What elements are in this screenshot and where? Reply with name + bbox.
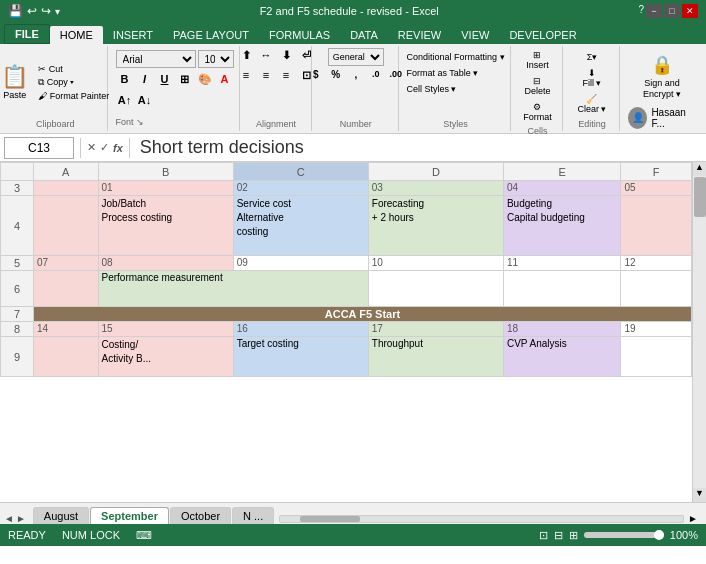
cell-b9[interactable]: Costing/Activity B... bbox=[98, 337, 233, 377]
insert-cells-button[interactable]: ⊞ Insert bbox=[522, 48, 553, 72]
format-painter-button[interactable]: 🖌 Format Painter bbox=[34, 90, 113, 102]
zoom-level[interactable]: 100% bbox=[670, 529, 698, 541]
sign-encrypt-button[interactable]: 🔒 Sign andEncrypt ▾ bbox=[639, 52, 685, 103]
horizontal-scrollbar[interactable] bbox=[279, 515, 684, 523]
row-header-4[interactable]: 4 bbox=[1, 196, 34, 256]
conditional-formatting-button[interactable]: Conditional Formatting ▾ bbox=[400, 50, 510, 64]
cell-a4[interactable] bbox=[33, 196, 98, 256]
align-top-button[interactable]: ⬆ bbox=[237, 48, 255, 66]
tab-home[interactable]: HOME bbox=[50, 26, 103, 44]
row-header-7[interactable]: 7 bbox=[1, 307, 34, 322]
cell-acca-row[interactable]: ACCA F5 Start bbox=[33, 307, 691, 322]
horizontal-scroll-area[interactable]: ► bbox=[275, 513, 702, 524]
view-normal-button[interactable]: ⊡ bbox=[539, 529, 548, 542]
row-header-8[interactable]: 8 bbox=[1, 322, 34, 337]
help-icon[interactable]: ? bbox=[638, 4, 644, 18]
increase-size-button[interactable]: A↑ bbox=[116, 93, 134, 111]
row-header-5[interactable]: 5 bbox=[1, 256, 34, 271]
view-layout-button[interactable]: ⊟ bbox=[554, 529, 563, 542]
font-name-select[interactable]: Arial bbox=[116, 50, 196, 68]
cell-c5[interactable]: 09 bbox=[233, 256, 368, 271]
cell-b4[interactable]: Job/BatchProcess costing bbox=[98, 196, 233, 256]
paste-button[interactable]: 📋 Paste bbox=[0, 55, 32, 111]
undo-icon[interactable]: ↩ bbox=[27, 4, 37, 18]
cell-d3[interactable]: 03 bbox=[368, 181, 503, 196]
cell-f6[interactable] bbox=[621, 271, 692, 307]
row-header-6[interactable]: 6 bbox=[1, 271, 34, 307]
cell-e6[interactable] bbox=[503, 271, 621, 307]
redo-icon[interactable]: ↪ bbox=[41, 4, 51, 18]
cell-c9[interactable]: Target costing bbox=[233, 337, 368, 377]
format-table-button[interactable]: Format as Table ▾ bbox=[400, 66, 510, 80]
close-button[interactable]: ✕ bbox=[682, 4, 698, 18]
cell-d8[interactable]: 17 bbox=[368, 322, 503, 337]
scroll-down-button[interactable]: ▼ bbox=[693, 488, 707, 502]
row-header-3[interactable]: 3 bbox=[1, 181, 34, 196]
align-bottom-button[interactable]: ⬇ bbox=[277, 48, 295, 66]
cell-f9[interactable] bbox=[621, 337, 692, 377]
cut-button[interactable]: ✂ Cut bbox=[34, 63, 113, 75]
cell-f5[interactable]: 12 bbox=[621, 256, 692, 271]
font-size-select[interactable]: 10 bbox=[198, 50, 234, 68]
clear-button[interactable]: 🧹 Clear ▾ bbox=[573, 92, 610, 116]
border-button[interactable]: ⊞ bbox=[176, 72, 194, 90]
cell-c3[interactable]: 02 bbox=[233, 181, 368, 196]
cell-d4[interactable]: Forecasting+ 2 hours bbox=[368, 196, 503, 256]
comma-button[interactable]: , bbox=[347, 68, 365, 86]
cell-d6[interactable] bbox=[368, 271, 503, 307]
formula-input[interactable] bbox=[136, 137, 702, 159]
zoom-slider[interactable] bbox=[584, 532, 664, 538]
cell-e3[interactable]: 04 bbox=[503, 181, 621, 196]
align-right-button[interactable]: ≡ bbox=[277, 68, 295, 86]
cell-e9[interactable]: CVP Analysis bbox=[503, 337, 621, 377]
increase-decimal-button[interactable]: .0 bbox=[367, 68, 385, 86]
col-header-d[interactable]: D bbox=[368, 163, 503, 181]
bold-button[interactable]: B bbox=[116, 72, 134, 90]
number-format-select[interactable]: General bbox=[328, 48, 384, 66]
font-color-button[interactable]: A bbox=[216, 72, 234, 90]
format-cells-button[interactable]: ⚙ Format bbox=[519, 100, 556, 124]
scroll-right-button[interactable]: ► bbox=[688, 513, 698, 524]
scroll-track[interactable] bbox=[693, 176, 707, 488]
sheet-scroll[interactable]: A B C D E F 3 01 02 03 04 05 bbox=[0, 162, 692, 502]
save-icon[interactable]: 💾 bbox=[8, 4, 23, 18]
tab-formulas[interactable]: FORMULAS bbox=[259, 26, 340, 44]
vertical-scrollbar[interactable]: ▲ ▼ bbox=[692, 162, 706, 502]
cell-b6-c6[interactable]: Performance measurement bbox=[98, 271, 368, 307]
cell-b3[interactable]: 01 bbox=[98, 181, 233, 196]
currency-button[interactable]: $ bbox=[307, 68, 325, 86]
cell-a6[interactable] bbox=[33, 271, 98, 307]
confirm-formula-button[interactable]: ✓ bbox=[100, 141, 109, 154]
tab-page-layout[interactable]: PAGE LAYOUT bbox=[163, 26, 259, 44]
tab-august[interactable]: August bbox=[33, 507, 89, 524]
row-header-9[interactable]: 9 bbox=[1, 337, 34, 377]
cell-a9[interactable] bbox=[33, 337, 98, 377]
tab-october[interactable]: October bbox=[170, 507, 231, 524]
cell-b5[interactable]: 08 bbox=[98, 256, 233, 271]
insert-function-button[interactable]: fx bbox=[113, 142, 123, 154]
align-center-button[interactable]: ≡ bbox=[257, 68, 275, 86]
tab-review[interactable]: REVIEW bbox=[388, 26, 451, 44]
horizontal-scroll-thumb[interactable] bbox=[300, 516, 360, 522]
percent-button[interactable]: % bbox=[327, 68, 345, 86]
cell-e8[interactable]: 18 bbox=[503, 322, 621, 337]
fill-button[interactable]: ⬇ Fill ▾ bbox=[578, 66, 605, 90]
cell-c8[interactable]: 16 bbox=[233, 322, 368, 337]
cell-d9[interactable]: Throughput bbox=[368, 337, 503, 377]
decrease-size-button[interactable]: A↓ bbox=[136, 93, 154, 111]
tab-insert[interactable]: INSERT bbox=[103, 26, 163, 44]
cell-reference-input[interactable] bbox=[4, 137, 74, 159]
cell-f4[interactable] bbox=[621, 196, 692, 256]
cell-b8[interactable]: 15 bbox=[98, 322, 233, 337]
align-left-button[interactable]: ≡ bbox=[237, 68, 255, 86]
tab-data[interactable]: DATA bbox=[340, 26, 388, 44]
col-header-e[interactable]: E bbox=[503, 163, 621, 181]
tab-file[interactable]: FILE bbox=[4, 24, 50, 44]
view-page-break-button[interactable]: ⊞ bbox=[569, 529, 578, 542]
align-middle-button[interactable]: ↔ bbox=[257, 48, 275, 66]
autosum-button[interactable]: Σ▾ bbox=[583, 50, 602, 64]
italic-button[interactable]: I bbox=[136, 72, 154, 90]
delete-cells-button[interactable]: ⊟ Delete bbox=[520, 74, 554, 98]
tab-prev-button[interactable]: ◄ bbox=[4, 513, 14, 524]
cancel-formula-button[interactable]: ✕ bbox=[87, 141, 96, 154]
